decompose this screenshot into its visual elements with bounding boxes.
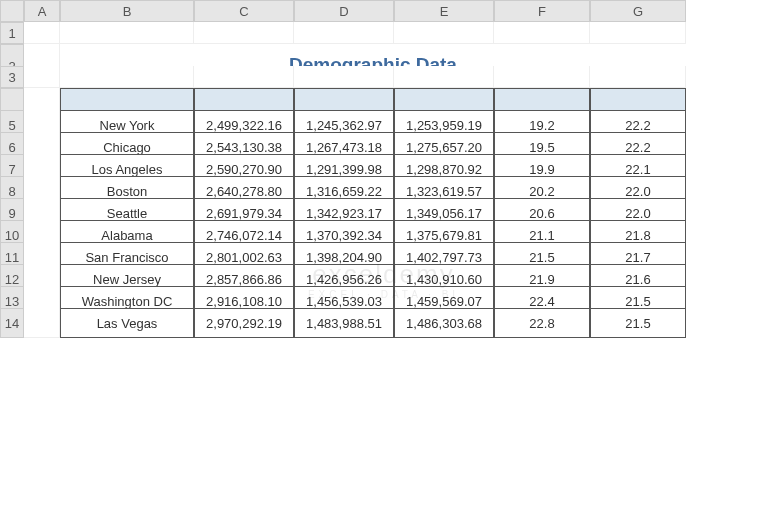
table-cell-male[interactable]: 1,483,988.51 — [294, 308, 394, 338]
cell[interactable] — [194, 66, 294, 88]
col-header-A[interactable]: A — [24, 0, 60, 22]
col-header-C[interactable]: C — [194, 0, 294, 22]
cell[interactable] — [24, 308, 60, 338]
cell[interactable] — [24, 66, 60, 88]
cell[interactable] — [590, 66, 686, 88]
col-header-B[interactable]: B — [60, 0, 194, 22]
col-header-F[interactable]: F — [494, 0, 590, 22]
cell[interactable] — [494, 66, 590, 88]
cell[interactable] — [24, 22, 60, 44]
cell[interactable] — [590, 22, 686, 44]
table-cell-incFemale[interactable]: 21.5 — [590, 308, 686, 338]
cell[interactable] — [294, 66, 394, 88]
cell[interactable] — [60, 66, 194, 88]
cell[interactable] — [294, 22, 394, 44]
cell[interactable] — [194, 22, 294, 44]
table-cell-city[interactable]: Las Vegas — [60, 308, 194, 338]
row-header-1[interactable]: 1 — [0, 22, 24, 44]
col-header-E[interactable]: E — [394, 0, 494, 22]
table-cell-incMale[interactable]: 22.8 — [494, 308, 590, 338]
table-cell-female[interactable]: 1,486,303.68 — [394, 308, 494, 338]
col-header-G[interactable]: G — [590, 0, 686, 22]
cell[interactable] — [394, 66, 494, 88]
spreadsheet-grid: ABCDEFG12Demographic Data34CityTotal Pop… — [0, 0, 767, 330]
table-cell-total[interactable]: 2,970,292.19 — [194, 308, 294, 338]
cell[interactable] — [60, 22, 194, 44]
row-header-3[interactable]: 3 — [0, 66, 24, 88]
cell[interactable] — [394, 22, 494, 44]
select-all-corner[interactable] — [0, 0, 24, 22]
cell[interactable] — [494, 22, 590, 44]
row-header-14[interactable]: 14 — [0, 308, 24, 338]
col-header-D[interactable]: D — [294, 0, 394, 22]
